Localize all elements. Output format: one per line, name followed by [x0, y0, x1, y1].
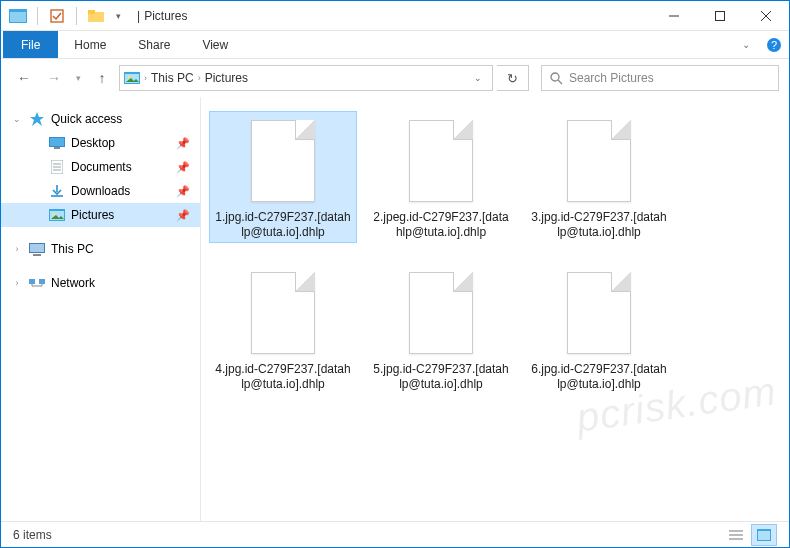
explorer-app-icon — [7, 5, 29, 27]
refresh-button[interactable]: ↻ — [497, 65, 529, 91]
qat-dropdown-icon[interactable]: ▾ — [111, 5, 125, 27]
svg-rect-3 — [51, 10, 63, 22]
navigation-row: ← → ▾ ↑ › This PC › Pictures ⌄ ↻ Search … — [1, 59, 789, 97]
file-name-label: 2.jpeg.id-C279F237.[datahlp@tuta.io].dhl… — [372, 210, 510, 240]
chevron-right-icon[interactable]: › — [144, 73, 147, 83]
svg-rect-5 — [88, 10, 95, 14]
window-title-sep: | — [137, 9, 140, 23]
svg-rect-41 — [758, 531, 770, 540]
ribbon-expand-icon[interactable]: ⌄ — [731, 31, 761, 58]
sidebar-item-documents[interactable]: Documents 📌 — [1, 155, 200, 179]
svg-point-28 — [53, 213, 56, 216]
sidebar-item-desktop[interactable]: Desktop 📌 — [1, 131, 200, 155]
icons-view-button[interactable] — [751, 524, 777, 546]
address-bar[interactable]: › This PC › Pictures ⌄ — [119, 65, 493, 91]
maximize-button[interactable] — [697, 1, 743, 31]
breadcrumb-pictures[interactable]: Pictures — [205, 71, 248, 85]
main-body: ⌄ Quick access Desktop 📌 Documents 📌 Dow… — [1, 97, 789, 521]
file-item[interactable]: 6.jpg.id-C279F237.[datahlp@tuta.io].dhlp — [525, 263, 673, 395]
svg-rect-33 — [39, 279, 45, 284]
sidebar-quick-access[interactable]: ⌄ Quick access — [1, 107, 200, 131]
search-icon — [550, 72, 563, 85]
chevron-right-icon[interactable]: › — [198, 73, 201, 83]
file-name-label: 6.jpg.id-C279F237.[datahlp@tuta.io].dhlp — [530, 362, 668, 392]
svg-rect-31 — [33, 254, 41, 256]
new-folder-icon[interactable] — [85, 5, 107, 27]
separator — [76, 7, 77, 25]
navigation-pane: ⌄ Quick access Desktop 📌 Documents 📌 Dow… — [1, 97, 201, 521]
forward-button[interactable]: → — [41, 64, 67, 92]
file-name-label: 3.jpg.id-C279F237.[datahlp@tuta.io].dhlp — [530, 210, 668, 240]
sidebar-item-label: Documents — [71, 160, 132, 174]
file-name-label: 1.jpg.id-C279F237.[datahlp@tuta.io].dhlp — [214, 210, 352, 240]
tab-home[interactable]: Home — [58, 31, 122, 58]
svg-marker-17 — [30, 112, 44, 126]
sidebar-item-label: Pictures — [71, 208, 114, 222]
documents-icon — [49, 159, 65, 175]
file-item[interactable]: 5.jpg.id-C279F237.[datahlp@tuta.io].dhlp — [367, 263, 515, 395]
sidebar-item-downloads[interactable]: Downloads 📌 — [1, 179, 200, 203]
sidebar-item-pictures[interactable]: Pictures 📌 — [1, 203, 200, 227]
sidebar-item-label: Downloads — [71, 184, 130, 198]
recent-locations-dropdown[interactable]: ▾ — [71, 64, 85, 92]
file-tab[interactable]: File — [3, 31, 58, 58]
pictures-icon — [49, 207, 65, 223]
svg-rect-20 — [54, 147, 60, 149]
quick-access-icon — [29, 111, 45, 127]
svg-rect-7 — [716, 11, 725, 20]
titlebar: ▾ | Pictures — [1, 1, 789, 31]
file-name-label: 4.jpg.id-C279F237.[datahlp@tuta.io].dhlp — [214, 362, 352, 392]
svg-rect-32 — [29, 279, 35, 284]
sidebar-this-pc[interactable]: › This PC — [1, 237, 200, 261]
pin-icon: 📌 — [176, 185, 190, 198]
chevron-right-icon[interactable]: › — [11, 244, 23, 254]
file-icon — [401, 118, 481, 206]
help-icon[interactable]: ? — [761, 31, 787, 58]
pin-icon: 📌 — [176, 161, 190, 174]
sidebar-item-label: Network — [51, 276, 95, 290]
sidebar-network[interactable]: › Network — [1, 271, 200, 295]
file-item[interactable]: 4.jpg.id-C279F237.[datahlp@tuta.io].dhlp — [209, 263, 357, 395]
file-icon — [559, 270, 639, 358]
svg-point-14 — [128, 76, 131, 79]
file-icon — [559, 118, 639, 206]
back-button[interactable]: ← — [11, 64, 37, 92]
svg-rect-30 — [30, 244, 44, 252]
close-button[interactable] — [743, 1, 789, 31]
breadcrumb-this-pc[interactable]: This PC — [151, 71, 194, 85]
pictures-location-icon — [124, 70, 140, 86]
network-icon — [29, 275, 45, 291]
file-name-label: 5.jpg.id-C279F237.[datahlp@tuta.io].dhlp — [372, 362, 510, 392]
tab-share[interactable]: Share — [122, 31, 186, 58]
chevron-down-icon[interactable]: ⌄ — [11, 114, 23, 124]
file-item[interactable]: 3.jpg.id-C279F237.[datahlp@tuta.io].dhlp — [525, 111, 673, 243]
properties-icon[interactable] — [46, 5, 68, 27]
quick-access-toolbar: ▾ — [1, 5, 131, 27]
up-button[interactable]: ↑ — [89, 64, 115, 92]
svg-text:?: ? — [771, 39, 777, 51]
sidebar-item-label: Quick access — [51, 112, 122, 126]
status-bar: 6 items — [1, 521, 789, 547]
svg-line-16 — [558, 80, 562, 84]
search-placeholder: Search Pictures — [569, 71, 654, 85]
sidebar-item-label: Desktop — [71, 136, 115, 150]
search-input[interactable]: Search Pictures — [541, 65, 779, 91]
tab-view[interactable]: View — [186, 31, 244, 58]
svg-rect-19 — [50, 138, 64, 146]
details-view-button[interactable] — [723, 524, 749, 546]
chevron-right-icon[interactable]: › — [11, 278, 23, 288]
downloads-icon — [49, 183, 65, 199]
file-icon — [401, 270, 481, 358]
file-item[interactable]: 2.jpeg.id-C279F237.[datahlp@tuta.io].dhl… — [367, 111, 515, 243]
file-icon — [243, 118, 323, 206]
file-item[interactable]: 1.jpg.id-C279F237.[datahlp@tuta.io].dhlp — [209, 111, 357, 243]
minimize-button[interactable] — [651, 1, 697, 31]
file-list[interactable]: 1.jpg.id-C279F237.[datahlp@tuta.io].dhlp… — [201, 97, 789, 521]
this-pc-icon — [29, 241, 45, 257]
separator — [37, 7, 38, 25]
file-icon — [243, 270, 323, 358]
address-dropdown-icon[interactable]: ⌄ — [474, 73, 482, 83]
pin-icon: 📌 — [176, 137, 190, 150]
pin-icon: 📌 — [176, 209, 190, 222]
svg-point-15 — [551, 73, 559, 81]
